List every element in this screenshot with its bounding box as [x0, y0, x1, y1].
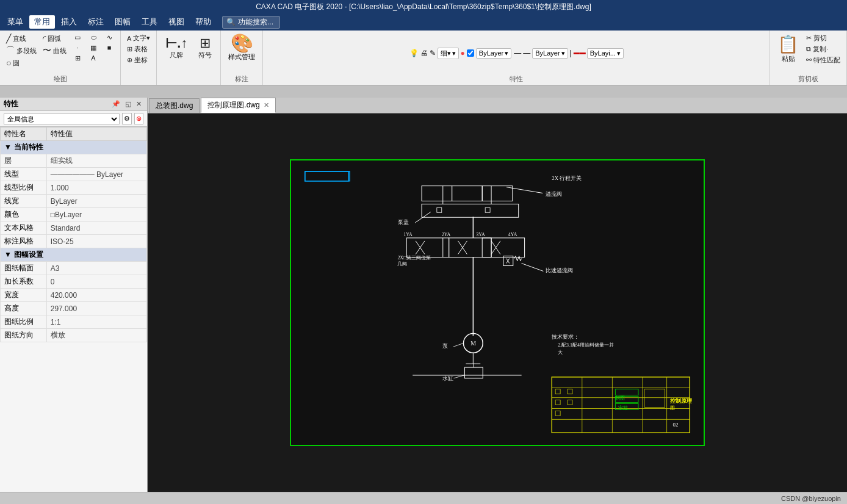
svg-text:1YA: 1YA — [403, 232, 413, 237]
canvas-area[interactable]: 2X 行程开关 溢流阀 泵盖 — [148, 113, 847, 492]
ribbon-btn-coord[interactable]: ⊕ 坐标 — [124, 55, 153, 65]
prop-value: ISO-25 — [46, 235, 146, 248]
menu-tufu[interactable]: 图幅 — [110, 15, 135, 29]
polyline-icon: ⌒ — [6, 45, 15, 56]
block-icon: ⊞ — [75, 54, 81, 62]
linetype-dropdown[interactable]: 细▾ ▾ — [438, 48, 459, 59]
panel-pin-button[interactable]: 📌 — [110, 99, 122, 109]
ribbon-btn-style-manager[interactable]: 🎨 样式管理 — [225, 33, 259, 63]
ribbon-group-drawing: ╱ 直线 ⌒ 多段线 ○ 圆 ◜ 圆弧 〜 曲线 — [0, 31, 121, 85]
svg-rect-63 — [555, 411, 560, 416]
menu-search-box[interactable]: 🔍 功能搜索... — [222, 16, 280, 29]
menu-charu[interactable]: 插入 — [56, 15, 82, 29]
ribbon-group-drawing-label: 绘图 — [54, 74, 67, 84]
scissors-icon: ✂ — [806, 34, 812, 42]
ribbon-btn-cut[interactable]: ✂ 剪切 — [804, 33, 843, 43]
ribbon-btn-match[interactable]: ⚯ 特性匹配 — [804, 55, 843, 65]
svg-text:技术要求：: 技术要求： — [551, 334, 579, 340]
ribbon-btn-symbol[interactable]: ⊞ 符号 — [193, 33, 217, 62]
style-manager-icon: 🎨 — [231, 34, 253, 52]
drawing-content: 2X 行程开关 溢流阀 泵盖 — [290, 159, 705, 446]
ribbon-group-text: A 文字▾ ⊞ 表格 ⊕ 坐标 — [121, 31, 157, 85]
ribbon-btn-point[interactable]: · — [70, 43, 85, 52]
ribbon-btn-text[interactable]: A — [86, 54, 101, 63]
ribbon-btn-paste[interactable]: 📋 粘贴 — [774, 33, 802, 64]
section-header-当前特性: ▼当前特性 — [1, 141, 147, 154]
svg-text:制图: 制图 — [615, 395, 625, 401]
ribbon-drawing-more: ▭ ⬭ ∿ · ▦ ■ ⊞ A — [70, 33, 117, 63]
svg-rect-0 — [305, 171, 350, 181]
menu-caidan[interactable]: 菜单 — [2, 15, 28, 29]
prop-name: 线型比例 — [1, 181, 47, 195]
ribbon-group-props-label: 特性 — [510, 74, 523, 84]
hatch-icon: ▦ — [90, 44, 96, 52]
table-row: 文本风格Standard — [1, 221, 147, 235]
fill-icon: ■ — [107, 44, 112, 52]
bylayer-checkbox[interactable] — [467, 49, 474, 57]
tab-zongzhuang[interactable]: 总装图.dwg — [149, 98, 200, 113]
svg-text:大: 大 — [558, 350, 563, 355]
linestyle-dropdown[interactable]: ByLayer ▾ — [532, 48, 568, 59]
panel-icon-btn-2[interactable]: ⊗ — [134, 113, 143, 124]
tab-kongzhi-close[interactable]: ✕ — [264, 101, 269, 109]
ribbon-btn-curve[interactable]: 〜 曲线 — [40, 45, 69, 57]
tab-kongzhi-label: 控制原理图.dwg — [207, 100, 259, 110]
menu-shitu[interactable]: 视图 — [164, 15, 189, 29]
ribbon-btn-hatch[interactable]: ▦ — [86, 43, 101, 52]
prop-value: 420.000 — [46, 289, 146, 302]
menu-biaozhu[interactable]: 标注 — [83, 15, 109, 29]
panel-title-text: 特性 — [4, 99, 107, 109]
linewidth-dropdown[interactable]: ByLayi... ▾ — [587, 48, 624, 59]
prop-name: 层 — [1, 154, 47, 168]
text-icon: A — [91, 54, 95, 62]
ribbon-group-clipboard: 📋 粘贴 ✂ 剪切 ⧉ 复制· ⚯ 特性匹配 剪切板 — [770, 31, 847, 85]
ribbon-btn-wenzi[interactable]: A 文字▾ — [124, 33, 153, 43]
rect-icon: ▭ — [74, 34, 81, 41]
svg-rect-11 — [485, 207, 490, 212]
ribbon-btn-line[interactable]: ╱ 直线 — [4, 33, 39, 44]
wenzi-icon: A — [127, 35, 131, 42]
ribbon-btn-spline[interactable]: ∿ — [102, 33, 117, 42]
props-scroll-area[interactable]: 特性名 特性值 ▼当前特性层细实线线型—————— ByLayer线型比例1.0… — [0, 127, 147, 504]
paste-icon: 📋 — [777, 34, 799, 55]
point-icon: · — [76, 44, 78, 52]
table-row: 线宽ByLayer — [1, 195, 147, 208]
ribbon-group-style-label: 标注 — [235, 74, 248, 84]
svg-text:2X 行程开关: 2X 行程开关 — [552, 175, 582, 181]
panel-scope-select[interactable]: 全局信息 — [4, 113, 120, 124]
ribbon-group-props: 💡 🖨 ✎ 细▾ ▾ ● ByLayer ▾ — — ByLayer ▾ | — [263, 31, 770, 85]
ribbon-btn-circle[interactable]: ○ 圆 — [4, 57, 39, 68]
ribbon-btn-polyline[interactable]: ⌒ 多段线 — [4, 45, 39, 57]
menu-changyong[interactable]: 常用 — [29, 15, 55, 29]
arc-icon: ◜ — [43, 34, 46, 43]
panel-float-button[interactable]: ◱ — [123, 99, 133, 109]
ribbon-btn-rect[interactable]: ▭ — [70, 33, 85, 42]
menu-gongju[interactable]: 工具 — [137, 15, 162, 29]
tab-kongzhi[interactable]: 控制原理图.dwg ✕ — [201, 98, 275, 113]
layer-dropdown[interactable]: ByLayer ▾ — [476, 48, 511, 59]
ribbon-group-text-content: A 文字▾ ⊞ 表格 ⊕ 坐标 — [124, 33, 153, 82]
ribbon-btn-copy[interactable]: ⧉ 复制· — [804, 44, 843, 54]
menu-bangzhu[interactable]: 帮助 — [190, 15, 216, 29]
prop-name: 图纸方向 — [1, 329, 47, 342]
ribbon-btn-arc[interactable]: ◜ 圆弧 — [40, 33, 69, 44]
ribbon-btn-fill[interactable]: ■ — [102, 43, 117, 52]
svg-rect-13 — [449, 238, 491, 257]
tabs-bar: 总装图.dwg 控制原理图.dwg ✕ — [148, 98, 847, 113]
ribbon: ╱ 直线 ⌒ 多段线 ○ 圆 ◜ 圆弧 〜 曲线 — [0, 31, 847, 85]
svg-rect-61 — [555, 389, 560, 394]
col-header-value: 特性值 — [46, 128, 146, 141]
ribbon-btn-table[interactable]: ⊞ 表格 — [124, 44, 153, 54]
ribbon-group-scale-content: ⊢.↑ 尺牌 ⊞ 符号 — [160, 33, 217, 84]
prop-name: 线宽 — [1, 195, 47, 208]
prop-name: 图纸比例 — [1, 315, 47, 329]
ribbon-btn-block[interactable]: ⊞ — [70, 54, 85, 63]
ribbon-btn-scale[interactable]: ⊢.↑ 尺牌 — [160, 33, 192, 62]
svg-rect-71 — [615, 389, 638, 395]
svg-rect-4 — [482, 186, 513, 201]
ribbon-btn-ellipse[interactable]: ⬭ — [86, 33, 101, 42]
panel-close-button[interactable]: ✕ — [134, 99, 143, 109]
panel-icon-btn-1[interactable]: ⚙ — [122, 113, 132, 124]
drawing-border: 2X 行程开关 溢流阀 泵盖 — [290, 159, 705, 446]
color-circle-icon: ● — [461, 49, 465, 57]
